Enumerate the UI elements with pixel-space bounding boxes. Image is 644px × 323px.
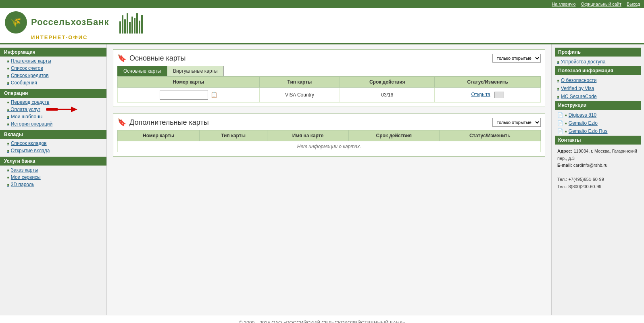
top-navigation: На главную Официальный сайт Выход (0, 0, 644, 8)
primary-cards-title-bar: 🔖 Основные карты (117, 54, 185, 63)
sidebar-operations-items: Перевод средств Оплата услуг Мои шаблоны… (0, 99, 106, 128)
primary-cards-tabs: Основные карты Виртуальные карты (117, 66, 541, 76)
additional-cards-icon: 🔖 (117, 118, 126, 127)
status-cell: Открыта (435, 88, 541, 103)
primary-cards-header: 🔖 Основные карты только открытые (117, 54, 541, 63)
copy-card-icon[interactable]: 📋 (210, 92, 217, 98)
primary-cards-table: Номер карты Тип карты Срок действия Стат… (117, 76, 541, 103)
sidebar-item-services[interactable]: Оплата услуг (0, 106, 44, 113)
sidebar-item-payment-cards[interactable]: Платежные карты (0, 57, 106, 65)
gemalto-ezio-label[interactable]: Gemalto Ezio (565, 120, 598, 126)
header: 🌾 РоссельхозБанк ИНТЕРНЕТ-ОФИС (0, 8, 644, 44)
tab-virtual-cards[interactable]: Виртуальные карты (167, 66, 224, 76)
card-number-box (160, 90, 208, 100)
right-section-profile: Профиль (555, 48, 641, 57)
red-arrow-icon (46, 105, 78, 114)
email-label: E-mail: (557, 163, 572, 168)
primary-cards-section: 🔖 Основные карты только открытые Основны… (113, 49, 545, 107)
primary-filter-select[interactable]: только открытые (492, 54, 541, 63)
sidebar-item-3d-password[interactable]: 3D пароль (0, 181, 106, 188)
left-sidebar: Информация Платежные карты Список счетов… (0, 44, 107, 315)
right-section-useful-info: Полезная информация (555, 66, 641, 75)
right-item-security[interactable]: О безопасности (555, 77, 641, 84)
gemalto-ezio-rus-label[interactable]: Gemalto Ezio Rus (565, 128, 608, 134)
svg-rect-2 (46, 108, 58, 111)
right-item-verified-visa[interactable]: Verified by Visa (555, 85, 641, 92)
right-section-instructions: Инструкции (555, 101, 641, 110)
tab-primary-cards[interactable]: Основные карты (117, 66, 167, 76)
logo-area: 🌾 РоссельхозБанк ИНТЕРНЕТ-ОФИС (5, 11, 143, 40)
right-sidebar: Профиль Устройства доступа Полезная инфо… (551, 44, 644, 315)
sidebar-item-credits[interactable]: Список кредитов (0, 72, 106, 79)
right-section-contacts: Контакты (555, 136, 641, 145)
digipass-label[interactable]: Digipass 810 (565, 112, 596, 118)
nav-home-link[interactable]: На главную (552, 2, 575, 6)
instructions-items: 📄 Digipass 810 📄 Gemalto Ezio 📄 Gemalto … (555, 111, 641, 135)
address-label: Адрес: (557, 149, 572, 153)
phone2: Тел.: 8(800)200-60-99 (557, 184, 601, 189)
primary-filter-dropdown[interactable]: только открытые (492, 54, 541, 63)
sidebar-item-open-deposit[interactable]: Открытие вклада (0, 147, 106, 154)
bank-name: РоссельхозБанк (31, 17, 109, 27)
additional-filter-dropdown[interactable]: только открытые (492, 118, 541, 127)
sidebar-section-bank-services: Услуги банка (0, 157, 106, 166)
add-col-card-number: Номер карты (118, 130, 200, 141)
col-expiry: Срок действия (340, 77, 435, 88)
sidebar-section-operations: Операции (0, 89, 106, 98)
status-link[interactable]: Открыта (471, 92, 490, 97)
contacts-block: Адрес: 119034, г. Москва, Гагаринский пе… (555, 146, 641, 192)
bank-subtitle: ИНТЕРНЕТ-ОФИС (31, 34, 88, 40)
additional-table-header-row: Номер карты Тип карты Имя на карте Срок … (118, 130, 541, 141)
sidebar-info-items: Платежные карты Список счетов Список кре… (0, 57, 106, 86)
table-row: Нет информации о картах. (118, 141, 541, 152)
footer-text: © 2000—2015 ОАО «РОССИЙСКИЙ СЕЛЬСКОХОЗЯЙ… (239, 320, 405, 323)
profile-items: Устройства доступа (555, 58, 641, 65)
sidebar-item-history[interactable]: История операций (0, 120, 106, 128)
sidebar-item-my-services[interactable]: Мои сервисы (0, 174, 106, 181)
additional-cards-title-bar: 🔖 Дополнительные карты (117, 118, 209, 127)
right-item-digipass[interactable]: 📄 Digipass 810 (555, 111, 641, 119)
additional-cards-header: 🔖 Дополнительные карты только открытые (117, 118, 541, 127)
logo-top: 🌾 РоссельхозБанк (5, 11, 143, 34)
right-item-mc-secure[interactable]: MC SecureCode (555, 93, 641, 100)
sidebar-bank-services-items: Заказ карты Мои сервисы 3D пароль (0, 166, 106, 188)
expiry-cell: 03/16 (340, 88, 435, 103)
additional-filter-select[interactable]: только открытые (492, 118, 541, 127)
nav-logout-link[interactable]: Выход (627, 2, 640, 6)
card-toggle-icon[interactable] (494, 92, 504, 98)
add-col-status: Статус/Изменить (439, 130, 540, 141)
services-label: Оплата услуг (10, 107, 40, 112)
sidebar-item-deposit-list[interactable]: Список вкладов (0, 140, 106, 147)
col-status: Статус/Изменить (435, 77, 541, 88)
pdf-icon-2: 📄 (557, 120, 563, 126)
sidebar-section-deposits: Вклады (0, 130, 106, 139)
add-col-name-on-card: Имя на карте (267, 130, 348, 141)
primary-cards-title: Основные карты (129, 54, 185, 63)
card-number-wrapper: 📋 (122, 90, 255, 100)
barcode-decoration (119, 11, 143, 34)
sidebar-item-accounts[interactable]: Список счетов (0, 65, 106, 72)
sidebar-item-messages[interactable]: Сообщения (0, 79, 106, 86)
svg-marker-1 (71, 107, 77, 112)
nav-official-site-link[interactable]: Официальный сайт (581, 2, 621, 6)
right-item-gemalto-ezio[interactable]: 📄 Gemalto Ezio (555, 120, 641, 127)
additional-cards-section: 🔖 Дополнительные карты только открытые Н… (113, 113, 545, 157)
additional-cards-title: Дополнительные карты (129, 118, 209, 127)
col-card-type: Тип карты (259, 77, 340, 88)
sidebar-deposits-items: Список вкладов Открытие вклада (0, 140, 106, 154)
pdf-icon-1: 📄 (557, 112, 563, 118)
content-area: 🔖 Основные карты только открытые Основны… (107, 44, 551, 315)
card-type-cell: VISA Country (259, 88, 340, 103)
cards-icon: 🔖 (117, 54, 126, 63)
right-item-gemalto-ezio-rus[interactable]: 📄 Gemalto Ezio Rus (555, 128, 641, 135)
phone1: Тел.: +7(495)651-60-99 (557, 177, 604, 182)
useful-info-items: О безопасности Verified by Visa MC Secur… (555, 77, 641, 100)
right-item-access-devices[interactable]: Устройства доступа (555, 58, 641, 65)
table-row: 📋 VISA Country 03/16 Открыта (118, 88, 541, 103)
sidebar-section-info: Информация (0, 48, 106, 57)
main-layout: Информация Платежные карты Список счетов… (0, 44, 644, 315)
card-number-cell: 📋 (118, 88, 260, 103)
pdf-icon-3: 📄 (557, 128, 563, 134)
sidebar-item-order-card[interactable]: Заказ карты (0, 166, 106, 174)
bank-emblem: 🌾 (5, 11, 27, 34)
